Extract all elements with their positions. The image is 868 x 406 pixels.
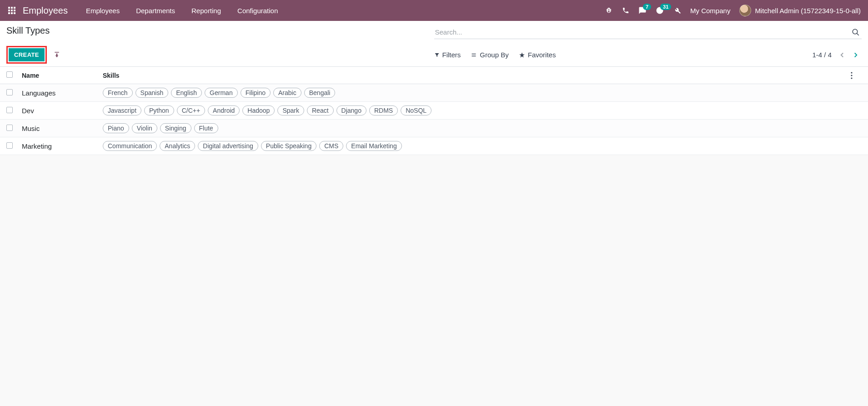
nav-link-departments[interactable]: Departments	[136, 7, 175, 15]
user-menu[interactable]: Mitchell Admin (15722349-15-0-all)	[739, 5, 861, 16]
header-skills[interactable]: Skills	[103, 72, 851, 79]
skill-tag: Flute	[194, 123, 218, 133]
skill-tag: Digital advertising	[198, 141, 258, 151]
row-skills: CommunicationAnalyticsDigital advertisin…	[103, 141, 851, 151]
list-view: Name Skills LanguagesFrenchSpanishEnglis…	[0, 67, 868, 155]
skill-tag: Spanish	[135, 88, 169, 98]
svg-rect-0	[8, 7, 10, 9]
top-navbar: Employees Employees Departments Reportin…	[0, 0, 868, 21]
skill-tag: Javascript	[103, 105, 141, 115]
activities-badge: 31	[660, 4, 671, 10]
skill-tag: Python	[144, 105, 174, 115]
svg-line-10	[857, 33, 859, 35]
filters-label: Filters	[442, 51, 461, 59]
svg-rect-8	[14, 12, 15, 14]
svg-point-14	[851, 72, 852, 73]
skill-tag: CMS	[319, 141, 343, 151]
table-row[interactable]: LanguagesFrenchSpanishEnglishGermanFilip…	[0, 84, 868, 102]
svg-point-9	[853, 29, 858, 34]
create-button[interactable]: CREATE	[9, 48, 45, 61]
pager: 1-4 / 4	[812, 49, 862, 61]
svg-rect-4	[11, 10, 13, 11]
nav-links: Employees Departments Reporting Configur…	[86, 7, 278, 15]
favorites-label: Favorites	[528, 51, 556, 59]
favorites-button[interactable]: Favorites	[519, 51, 556, 59]
skill-tag: Arabic	[273, 88, 301, 98]
table-row[interactable]: DevJavascriptPythonC/C++AndroidHadoopSpa…	[0, 102, 868, 120]
user-name: Mitchell Admin (15722349-15-0-all)	[755, 7, 861, 15]
apps-icon[interactable]	[7, 6, 16, 15]
nav-link-reporting[interactable]: Reporting	[191, 7, 221, 15]
svg-rect-7	[11, 12, 13, 14]
row-name: Languages	[22, 89, 103, 97]
debug-icon[interactable]	[605, 6, 613, 15]
svg-rect-3	[8, 10, 10, 11]
filters-button[interactable]: Filters	[434, 51, 461, 59]
skill-tag: Hadoop	[242, 105, 275, 115]
svg-rect-2	[14, 7, 15, 9]
skill-tag: English	[171, 88, 202, 98]
svg-point-16	[851, 77, 852, 79]
tools-icon[interactable]	[673, 6, 681, 15]
svg-rect-5	[14, 10, 15, 11]
control-panel: Skill Types CREATE Filters	[0, 21, 868, 67]
skill-tag: German	[205, 88, 238, 98]
messages-icon[interactable]: 7	[638, 6, 647, 15]
skill-tag: French	[103, 88, 133, 98]
skill-tag: Violin	[132, 123, 157, 133]
table-row[interactable]: MusicPianoViolinSingingFlute	[0, 120, 868, 137]
table-header: Name Skills	[0, 67, 868, 84]
skill-tag: Spark	[277, 105, 304, 115]
messages-badge: 7	[643, 4, 651, 10]
row-name: Music	[22, 125, 103, 132]
row-name: Marketing	[22, 142, 103, 150]
svg-point-15	[851, 75, 852, 76]
row-skills: JavascriptPythonC/C++AndroidHadoopSparkR…	[103, 105, 851, 115]
app-brand[interactable]: Employees	[23, 5, 68, 16]
columns-menu-icon[interactable]	[851, 72, 862, 79]
search-icon[interactable]	[850, 26, 862, 38]
skill-tag: Filipino	[241, 88, 271, 98]
export-button[interactable]	[51, 50, 62, 60]
skill-tag: RDMS	[369, 105, 398, 115]
groupby-button[interactable]: Group By	[471, 51, 508, 59]
skill-tag: Piano	[103, 123, 129, 133]
skill-tag: Bengali	[304, 88, 336, 98]
row-checkbox[interactable]	[6, 89, 13, 95]
skill-tag: Django	[336, 105, 366, 115]
phone-icon[interactable]	[622, 7, 629, 14]
page-title: Skill Types	[6, 25, 434, 36]
skill-tag: Analytics	[160, 141, 195, 151]
skill-tag: React	[307, 105, 334, 115]
search-input[interactable]	[434, 25, 850, 39]
svg-rect-1	[11, 7, 13, 9]
table-row[interactable]: MarketingCommunicationAnalyticsDigital a…	[0, 137, 868, 155]
row-skills: FrenchSpanishEnglishGermanFilipinoArabic…	[103, 88, 851, 98]
skill-tag: C/C++	[177, 105, 205, 115]
avatar	[739, 5, 751, 16]
groupby-label: Group By	[480, 51, 508, 59]
row-checkbox[interactable]	[6, 142, 13, 149]
skill-tag: Public Speaking	[261, 141, 316, 151]
pager-next-button[interactable]	[850, 49, 862, 61]
select-all-checkbox[interactable]	[6, 71, 13, 78]
pager-text: 1-4 / 4	[812, 51, 832, 59]
pager-prev-button[interactable]	[836, 49, 848, 61]
row-skills: PianoViolinSingingFlute	[103, 123, 851, 133]
activities-icon[interactable]: 31	[656, 6, 664, 15]
skill-tag: Communication	[103, 141, 157, 151]
skill-tag: Android	[208, 105, 240, 115]
skill-tag: Email Marketing	[346, 141, 401, 151]
nav-link-configuration[interactable]: Configuration	[237, 7, 278, 15]
row-checkbox[interactable]	[6, 107, 13, 113]
systray: 7 31 My Company Mitchell Admin (15722349…	[605, 5, 861, 16]
company-selector[interactable]: My Company	[690, 7, 730, 15]
row-name: Dev	[22, 107, 103, 115]
search-options: Filters Group By Favorites	[434, 51, 556, 59]
skill-tag: NoSQL	[401, 105, 431, 115]
search-bar	[434, 25, 862, 39]
nav-link-employees[interactable]: Employees	[86, 7, 120, 15]
row-checkbox[interactable]	[6, 125, 13, 131]
svg-rect-6	[8, 12, 10, 14]
header-name[interactable]: Name	[22, 72, 103, 79]
